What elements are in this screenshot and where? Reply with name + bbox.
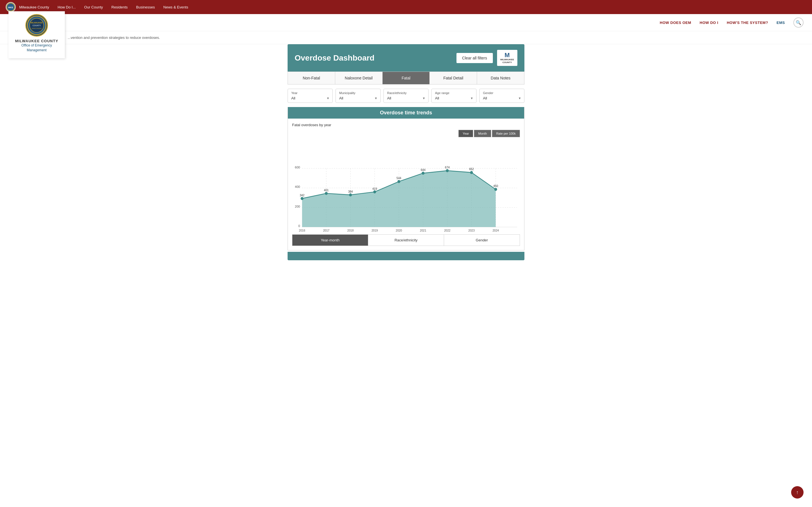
bottom-tab-year-month[interactable]: Year-month	[292, 234, 368, 246]
bottom-tab-gender[interactable]: Gender	[444, 234, 520, 246]
label-2021: 644	[421, 168, 425, 171]
dashboard-tabs: Non-Fatal Naloxone Detail Fatal Fatal De…	[288, 71, 524, 84]
label-2019: 419	[372, 187, 377, 190]
nav-link-news-events[interactable]: News & Events	[163, 5, 188, 9]
chevron-down-icon: ▾	[327, 96, 329, 100]
filter-age-label: Age range	[435, 91, 473, 95]
chart-btn-month[interactable]: Month	[474, 130, 491, 137]
chart-subtitle: Fatal overdoses by year	[292, 123, 520, 127]
filter-municipality[interactable]: Municipality All ▾	[336, 89, 380, 103]
search-button[interactable]: 🔍	[794, 17, 804, 27]
chart-body: Fatal overdoses by year Year Month Rate …	[288, 119, 524, 250]
data-point-2024	[494, 188, 497, 191]
tab-non-fatal[interactable]: Non-Fatal	[288, 72, 335, 84]
bottom-tabs: Year-month Race/ethnicity Gender	[292, 234, 520, 246]
chart-btn-rate[interactable]: Rate per 100k	[492, 130, 520, 137]
dashboard-title: Overdose Dashboard	[295, 54, 374, 62]
label-2020: 544	[396, 177, 401, 180]
data-point-2018	[349, 193, 352, 196]
svg-text:600: 600	[295, 166, 300, 169]
chevron-down-icon: ▾	[519, 96, 521, 100]
chart-btn-year[interactable]: Year	[458, 130, 473, 137]
filter-race-ethnicity[interactable]: Race/ethnicity All ▾	[384, 89, 428, 103]
clear-filters-button[interactable]: Clear all filters	[456, 53, 493, 63]
filter-municipality-select[interactable]: All ▾	[339, 96, 377, 100]
dashboard-header-right: Clear all filters M MILWAUKEECOUNTY	[456, 50, 517, 66]
filter-gender-select[interactable]: All ▾	[483, 96, 521, 100]
tab-fatal[interactable]: Fatal	[383, 72, 430, 84]
tab-naloxone-detail[interactable]: Naloxone Detail	[335, 72, 383, 84]
chart-svg-container: 0 200 400 600	[292, 142, 520, 231]
filter-age-select[interactable]: All ▾	[435, 96, 473, 100]
x-label-2016: 2016	[299, 229, 305, 231]
x-label-2023: 2023	[468, 229, 475, 231]
oem-label: Office of EmergencyManagement	[14, 43, 59, 53]
x-label-2021: 2021	[420, 229, 426, 231]
tab-data-notes[interactable]: Data Notes	[477, 72, 524, 84]
logo-text: MILWAUKEE COUNTY Office of EmergencyMana…	[14, 39, 59, 53]
banner-text: ...vention and prevention strategies to …	[0, 31, 812, 44]
label-2018: 384	[348, 190, 353, 193]
svg-text:400: 400	[295, 185, 300, 188]
filter-year[interactable]: Year All ▾	[288, 89, 333, 103]
chevron-down-icon: ▾	[471, 96, 473, 100]
m-logo: M	[500, 52, 514, 58]
filter-race-select[interactable]: All ▾	[387, 96, 425, 100]
x-label-2019: 2019	[371, 229, 378, 231]
nav-hows-the-system[interactable]: HOW'S THE SYSTEM?	[727, 20, 768, 25]
nav-link-milwaukee-county[interactable]: Milwaukee County	[19, 5, 49, 9]
x-label-2020: 2020	[396, 229, 402, 231]
secondary-nav-links: HOW DOES OEM HOW DO I HOW'S THE SYSTEM? …	[660, 17, 804, 27]
nav-link-how-do-i[interactable]: How Do I...	[57, 5, 75, 9]
milwaukee-county-logo-box: M MILWAUKEECOUNTY	[497, 50, 517, 66]
svg-text:COUNTY: COUNTY	[33, 24, 41, 26]
data-point-2019	[373, 190, 376, 193]
svg-text:0: 0	[298, 224, 300, 228]
filter-age-range[interactable]: Age range All ▾	[432, 89, 476, 103]
svg-text:200: 200	[295, 205, 300, 208]
chevron-down-icon: ▾	[423, 96, 425, 100]
line-chart: 0 200 400 600	[292, 142, 520, 231]
filter-race-label: Race/ethnicity	[387, 91, 425, 95]
nav-link-residents[interactable]: Residents	[111, 5, 128, 9]
label-2016: 342	[300, 194, 305, 197]
nav-link-businesses[interactable]: Businesses	[136, 5, 155, 9]
filters-row: Year All ▾ Municipality All ▾ Race/ethni…	[288, 84, 524, 107]
label-2017: 401	[324, 189, 329, 192]
nav-how-does-oem[interactable]: HOW DOES OEM	[660, 20, 691, 25]
filter-gender-label: Gender	[483, 91, 521, 95]
chart-section-title: Overdose time trends	[288, 107, 524, 119]
x-label-2024: 2024	[493, 229, 499, 231]
county-name-label: MILWAUKEE COUNTY	[14, 39, 59, 43]
chevron-down-icon: ▾	[375, 96, 377, 100]
x-label-2022: 2022	[444, 229, 451, 231]
tab-fatal-detail[interactable]: Fatal Detail	[430, 72, 477, 84]
data-point-2023	[470, 171, 473, 174]
filter-municipality-label: Municipality	[339, 91, 377, 95]
chart-section: Overdose time trends Fatal overdoses by …	[288, 107, 524, 250]
nav-link-our-county[interactable]: Our County	[84, 5, 103, 9]
label-2022: 674	[445, 166, 450, 169]
top-nav-links: Milwaukee County How Do I... Our County …	[19, 5, 188, 9]
label-2024: 450	[493, 184, 498, 187]
nav-ems[interactable]: EMS	[776, 20, 785, 25]
svg-text:MKE: MKE	[8, 6, 13, 9]
data-point-2020	[398, 180, 400, 183]
logo-seal: MILWAUKEE COUNTY WISCONSIN	[26, 14, 48, 37]
data-point-2021	[422, 172, 424, 175]
top-nav: MKE Milwaukee County How Do I... Our Cou…	[0, 0, 812, 14]
milwaukee-county-logo-text: MILWAUKEECOUNTY	[500, 58, 514, 64]
filter-gender[interactable]: Gender All ▾	[479, 89, 524, 103]
secondary-nav: MILWAUKEE COUNTY WISCONSIN MILWAUKEE COU…	[0, 14, 812, 31]
bottom-tab-race-ethnicity[interactable]: Race/ethnicity	[368, 234, 444, 246]
nav-how-do-i[interactable]: HOW DO I	[700, 20, 718, 25]
data-point-2022	[446, 169, 449, 172]
dashboard-header: Overdose Dashboard Clear all filters M M…	[288, 44, 524, 71]
filter-year-label: Year	[291, 91, 329, 95]
data-point-2017	[325, 192, 327, 195]
next-section-teaser	[288, 252, 524, 260]
top-nav-logo: MKE	[6, 2, 16, 12]
filter-year-select[interactable]: All ▾	[291, 96, 329, 100]
x-label-2017: 2017	[323, 229, 329, 231]
chart-controls: Year Month Rate per 100k	[292, 130, 520, 137]
